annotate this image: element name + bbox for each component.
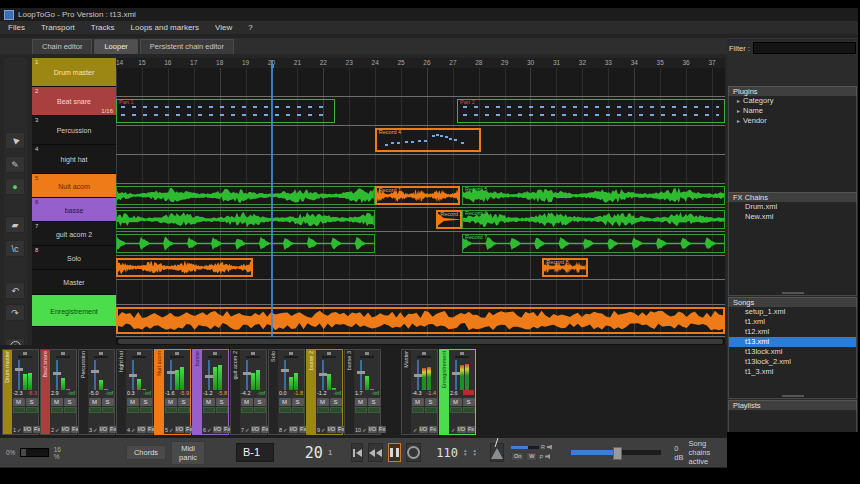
io-button[interactable]: I/O	[368, 426, 377, 433]
clip[interactable]	[116, 186, 375, 205]
mixer-strip-master[interactable]: Master-4.3-1.4MS✓I/OFx	[401, 349, 438, 435]
solo-button[interactable]: S	[102, 398, 114, 406]
select-tool[interactable]: ▶	[5, 132, 25, 149]
volume-fader[interactable]	[284, 360, 286, 390]
pan-slider[interactable]	[132, 356, 146, 358]
mute-button[interactable]: M	[450, 398, 462, 406]
track-row-hight-hat[interactable]	[116, 155, 725, 184]
tree-item-category[interactable]: ▸Category	[729, 96, 856, 106]
fader-thumb[interactable]	[357, 371, 365, 374]
fader-thumb[interactable]	[414, 374, 422, 377]
chords-button[interactable]: Chords	[126, 445, 166, 460]
clip[interactable]: Record 7	[462, 234, 725, 253]
mute-button[interactable]: M	[89, 398, 101, 406]
mute-button[interactable]: M	[241, 398, 253, 406]
track-item-hight-hat[interactable]: 4hight hat	[32, 145, 116, 174]
brush-tool[interactable]: ▰	[5, 216, 25, 233]
pan-slider[interactable]	[170, 356, 184, 358]
solo-button[interactable]: S	[254, 398, 266, 406]
mute-button[interactable]: M	[51, 398, 63, 406]
volume-fader[interactable]	[417, 360, 419, 390]
solo-button[interactable]: S	[368, 398, 380, 406]
pan-slider[interactable]	[417, 356, 431, 358]
click-on-button[interactable]: On	[511, 452, 524, 461]
tree-item-name[interactable]: ▸Name	[729, 106, 856, 116]
expand-icon[interactable]: ▸	[737, 108, 740, 114]
draw-tool[interactable]: ✎	[5, 156, 25, 173]
io-button[interactable]: I/O	[175, 426, 184, 433]
clip[interactable]: Record 8	[542, 258, 588, 277]
menu-files[interactable]: Files	[8, 23, 25, 32]
tab-chain-editor[interactable]: Chain editor	[32, 39, 92, 54]
channel-enabled-check[interactable]: ✓	[93, 427, 98, 433]
pan-slider[interactable]	[208, 356, 222, 358]
track-item-master[interactable]: Master	[32, 270, 116, 295]
expand-icon[interactable]: ▸	[737, 98, 740, 104]
track-row-drum-master[interactable]	[116, 68, 725, 97]
mixer-strip-basse[interactable]: basse-1.2-5.8MS6✓I/OFx	[192, 349, 229, 435]
solo-button[interactable]: S	[292, 398, 304, 406]
io-button[interactable]: I/O	[137, 426, 146, 433]
clip[interactable]: Record 6	[462, 210, 725, 229]
io-button[interactable]: I/O	[419, 426, 428, 433]
pan-slider[interactable]	[322, 356, 336, 358]
mixer-strip-basse-3[interactable]: basse 31.7-infMS10✓I/OFx	[344, 349, 381, 435]
volume-fader[interactable]	[208, 360, 210, 390]
solo-button[interactable]: S	[425, 398, 437, 406]
list-item-t12-xml[interactable]: t12.xml	[729, 327, 856, 337]
solo-button[interactable]: S	[64, 398, 76, 406]
menu-transport[interactable]: Transport	[41, 23, 75, 32]
menu-view[interactable]: View	[215, 23, 232, 32]
fader-thumb[interactable]	[281, 369, 289, 372]
menu-[interactable]: ?	[248, 23, 252, 32]
volume-fader[interactable]	[94, 360, 96, 390]
master-volume-slider[interactable]	[571, 450, 661, 455]
solo-button[interactable]: S	[463, 398, 475, 406]
tempo-tap-button[interactable]: ▲▼	[472, 449, 476, 457]
pan-slider[interactable]	[18, 356, 32, 358]
fx-button[interactable]: Fx	[378, 426, 386, 433]
channel-enabled-check[interactable]: ✓	[207, 427, 212, 433]
menu-loops-and-markers[interactable]: Loops and markers	[131, 23, 199, 32]
horizontal-scrollbar[interactable]	[116, 338, 725, 345]
chord-tool[interactable]: \c	[5, 240, 25, 257]
track-row-guit-acom-2[interactable]: Record 7	[116, 232, 725, 256]
mixer-strip-drum-master[interactable]: Drum master-2.3-8.3MS1✓I/OFx	[2, 349, 39, 435]
volume-fader[interactable]	[455, 360, 457, 390]
expand-icon[interactable]: ▸	[737, 118, 740, 124]
clip[interactable]: Record 5	[462, 186, 725, 205]
channel-enabled-check[interactable]: ✓	[321, 427, 326, 433]
clip[interactable]: Record 2	[436, 210, 462, 229]
track-row-beat-snare[interactable]: Part 1Part 2	[116, 97, 725, 126]
track-row-master[interactable]	[116, 280, 725, 305]
io-button[interactable]: I/O	[99, 426, 108, 433]
fader-thumb[interactable]	[243, 372, 251, 375]
solo-button[interactable]: S	[330, 398, 342, 406]
io-button[interactable]: I/O	[23, 426, 32, 433]
mixer-strip-guit-acom-2[interactable]: guit acom 2-4.2-infMS7✓I/OFx	[230, 349, 267, 435]
volume-fader[interactable]	[18, 360, 20, 390]
track-item-percussion[interactable]: 3Percussion	[32, 116, 116, 145]
volume-fader[interactable]	[322, 360, 324, 390]
io-button[interactable]: I/O	[61, 426, 70, 433]
redo-button[interactable]: ↷	[5, 304, 25, 321]
track-row-enregistrement[interactable]	[116, 305, 725, 337]
record-indicator[interactable]: ●	[5, 178, 25, 195]
fader-thumb[interactable]	[452, 372, 460, 375]
volume-fader[interactable]	[360, 360, 362, 390]
mute-button[interactable]: M	[13, 398, 25, 406]
solo-button[interactable]: S	[178, 398, 190, 406]
volume-fader[interactable]	[170, 360, 172, 390]
pan-slider[interactable]	[360, 356, 374, 358]
fader-thumb[interactable]	[205, 375, 213, 378]
record-button[interactable]	[406, 443, 421, 462]
volume-fader[interactable]	[132, 360, 134, 390]
mixer-strip-solo[interactable]: Solo0.0-1.8MS8✓I/OFx	[268, 349, 305, 435]
list-item-t13lock-xml[interactable]: t13lock.xml	[729, 347, 856, 357]
fader-thumb[interactable]	[15, 368, 23, 371]
pan-slider[interactable]	[284, 356, 298, 358]
track-row-percussion[interactable]: Record 4	[116, 126, 725, 155]
track-item-beat-snare[interactable]: 2Beat snare1/16	[32, 87, 116, 116]
fader-thumb[interactable]	[53, 372, 61, 375]
tree-item-vendor[interactable]: ▸Vendor	[729, 116, 856, 126]
